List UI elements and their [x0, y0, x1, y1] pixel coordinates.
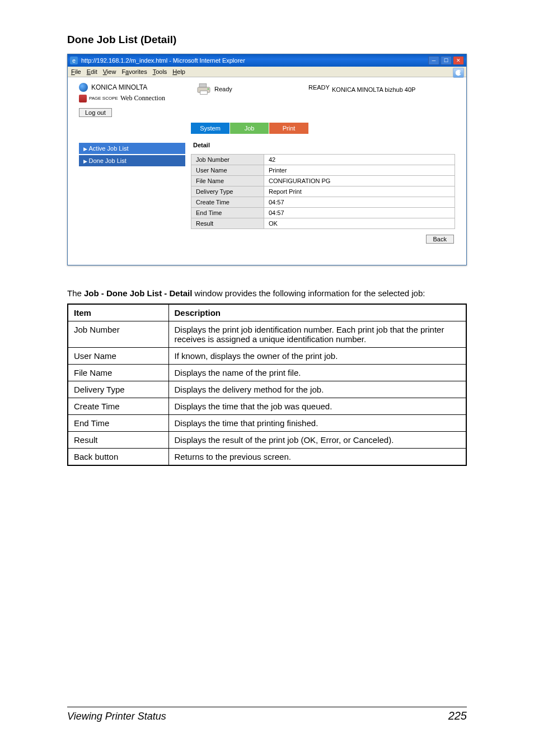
- page-content: KONICA MINOLTA PAGE SCOPE Web Connection: [68, 77, 466, 265]
- info-item: End Time: [68, 415, 168, 432]
- svg-rect-0: [199, 84, 207, 87]
- info-header-item: Item: [68, 304, 168, 321]
- title-bar: e http://192.168.1.2/m_index.html - Micr…: [68, 54, 466, 67]
- browser-window: e http://192.168.1.2/m_index.html - Micr…: [67, 54, 467, 265]
- printer-model: KONICA MINOLTA bizhub 40P: [332, 86, 415, 93]
- detail-value: CONFIGURATION PG: [264, 176, 455, 186]
- info-description: Displays the name of the print file.: [168, 365, 466, 381]
- menu-view[interactable]: View: [103, 68, 116, 75]
- brand-company: KONICA MINOLTA: [91, 83, 147, 91]
- info-description: Displays the time that the job was queue…: [168, 398, 466, 415]
- detail-key: Result: [191, 218, 264, 229]
- table-row: Back buttonReturns to the previous scree…: [68, 449, 466, 466]
- info-item: Back button: [68, 449, 168, 466]
- caption-paragraph: The Job - Done Job List - Detail window …: [67, 288, 467, 299]
- menu-edit[interactable]: Edit: [87, 68, 97, 75]
- menu-favorites[interactable]: Favorites: [121, 68, 147, 75]
- printer-icon: [196, 83, 211, 95]
- info-item: Result: [68, 432, 168, 449]
- table-row: File NameDisplays the name of the print …: [68, 365, 466, 381]
- menu-help[interactable]: Help: [172, 68, 185, 75]
- svg-rect-2: [200, 91, 208, 94]
- info-item: Delivery Type: [68, 381, 168, 398]
- detail-value: 04:57: [264, 197, 455, 208]
- minimize-button[interactable]: ─: [428, 56, 439, 65]
- detail-heading: Detail: [191, 138, 455, 154]
- info-item: User Name: [68, 348, 168, 365]
- table-row: Job NumberDisplays the print job identif…: [68, 321, 466, 348]
- table-row: End Time04:57: [191, 208, 455, 218]
- status-ready-main: READY: [308, 84, 330, 91]
- detail-key: User Name: [191, 165, 264, 176]
- ie-icon: e: [70, 57, 78, 64]
- detail-value: 04:57: [264, 208, 455, 218]
- window-title: http://192.168.1.2/m_index.html - Micros…: [81, 57, 245, 64]
- table-row: Create Time04:57: [191, 197, 455, 208]
- detail-key: Job Number: [191, 155, 264, 165]
- detail-key: Delivery Type: [191, 186, 264, 197]
- close-button[interactable]: ✕: [453, 56, 464, 65]
- table-row: User NamePrinter: [191, 165, 455, 176]
- table-row: Create TimeDisplays the time that the jo…: [68, 398, 466, 415]
- detail-value: Report Print: [264, 186, 455, 197]
- info-description: If known, displays the owner of the prin…: [168, 348, 466, 365]
- table-row: Delivery TypeReport Print: [191, 186, 455, 197]
- menu-file[interactable]: File: [71, 68, 81, 75]
- logout-button[interactable]: Log out: [79, 108, 112, 117]
- sidebar-item-active-job-list[interactable]: Active Job List: [79, 143, 185, 154]
- detail-value: OK: [264, 218, 455, 229]
- tab-system[interactable]: System: [191, 123, 230, 134]
- info-table: Item Description Job NumberDisplays the …: [67, 304, 467, 466]
- status-ready-small: Ready: [214, 86, 232, 92]
- detail-value: Printer: [264, 165, 455, 176]
- caption-bold: Job - Done Job List - Detail: [84, 288, 192, 298]
- pagescope-icon: [79, 95, 87, 102]
- menu-bar: File Edit View Favorites Tools Help: [68, 67, 466, 77]
- info-header-description: Description: [168, 304, 466, 321]
- table-row: ResultOK: [191, 218, 455, 229]
- table-row: ResultDisplays the result of the print j…: [68, 432, 466, 449]
- table-row: End TimeDisplays the time that printing …: [68, 415, 466, 432]
- maximize-button[interactable]: ☐: [441, 56, 452, 65]
- ie-logo-icon: [453, 68, 464, 78]
- info-description: Displays the delivery method for the job…: [168, 381, 466, 398]
- info-item: Create Time: [68, 398, 168, 415]
- table-row: File NameCONFIGURATION PG: [191, 176, 455, 186]
- info-description: Displays the result of the print job (OK…: [168, 432, 466, 449]
- detail-key: End Time: [191, 208, 264, 218]
- tab-job[interactable]: Job: [230, 123, 269, 134]
- footer-page-number: 225: [448, 710, 467, 722]
- footer-title: Viewing Printer Status: [67, 711, 166, 722]
- sidebar-item-done-job-list[interactable]: Done Job List: [79, 155, 185, 166]
- menu-tools[interactable]: Tools: [153, 68, 167, 75]
- info-description: Displays the print job identification nu…: [168, 321, 466, 348]
- table-row: User NameIf known, displays the owner of…: [68, 348, 466, 365]
- page-footer: Viewing Printer Status 225: [67, 707, 467, 722]
- info-description: Displays the time that printing finished…: [168, 415, 466, 432]
- back-button[interactable]: Back: [426, 235, 454, 244]
- detail-key: File Name: [191, 176, 264, 186]
- table-row: Job Number42: [191, 155, 455, 165]
- info-item: Job Number: [68, 321, 168, 348]
- brand-logo-icon: [79, 83, 88, 92]
- info-item: File Name: [68, 365, 168, 381]
- table-row: Delivery TypeDisplays the delivery metho…: [68, 381, 466, 398]
- page-heading: Done Job List (Detail): [67, 34, 467, 46]
- brand-product-prefix: PAGE SCOPE: [89, 96, 118, 101]
- tab-print[interactable]: Print: [269, 123, 308, 134]
- detail-key: Create Time: [191, 197, 264, 208]
- detail-value: 42: [264, 155, 455, 165]
- info-description: Returns to the previous screen.: [168, 449, 466, 466]
- brand-product-name: Web Connection: [120, 94, 165, 102]
- detail-table: Job Number42User NamePrinterFile NameCON…: [191, 154, 455, 229]
- svg-point-3: [208, 88, 209, 90]
